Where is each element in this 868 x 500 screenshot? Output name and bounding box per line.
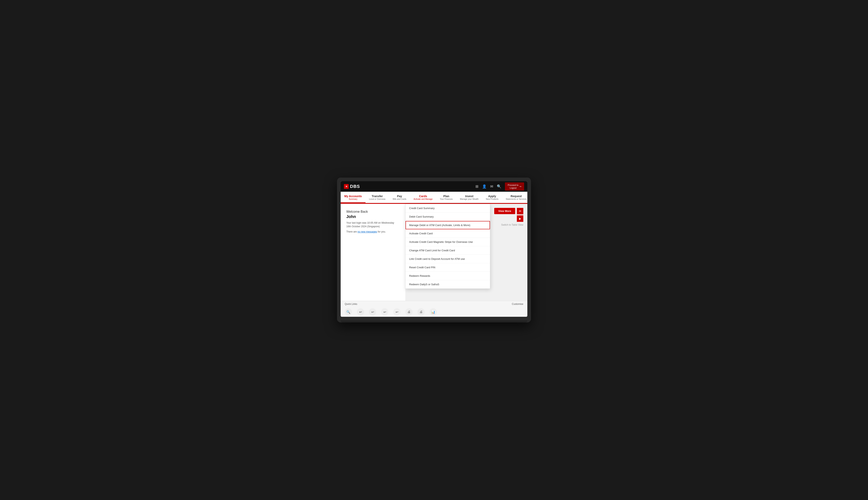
top-bar: ✕ DBS ⊞ 👤 ✉ 🔍 Proceed to Logout ↪ <box>341 181 527 192</box>
dropdown-item-redeem-dailys[interactable]: Redeem DailyS or SafraS <box>406 280 490 288</box>
nav-item-invest-sub: Manage your Wealth <box>460 198 479 200</box>
login-info: Your last login was 10:05 AM on Wednesda… <box>346 221 400 228</box>
network-icon[interactable]: ⊞ <box>476 184 478 189</box>
laptop-foot <box>341 320 527 322</box>
quick-links-bar: Quick Links Customise <box>341 301 527 307</box>
logout-label: Proceed to Logout <box>508 184 518 190</box>
right-icon-buttons: ✉ ▶ <box>517 208 523 222</box>
dropdown-item-redeem-rewards-label: Redeem Rewards <box>409 274 430 277</box>
logout-icon: ↪ <box>519 185 521 188</box>
dropdown-item-change-atm-limit[interactable]: Change ATM Card Limit for Credit Card <box>406 246 490 255</box>
nav-item-cards-sub: Activate and Manage <box>414 198 433 200</box>
nav-item-pay-main: Pay <box>397 195 402 198</box>
logo: ✕ DBS <box>344 184 360 189</box>
search-icon[interactable]: 🔍 <box>497 184 501 189</box>
dropdown-item-debit-card-summary[interactable]: Debit Card Summary <box>406 213 490 221</box>
nav-item-transfer-main: Transfer <box>372 195 383 198</box>
welcome-text: Welcome Back <box>346 210 400 214</box>
nav-item-plan-sub: Your Finances <box>440 198 453 200</box>
mail-icon[interactable]: ✉ <box>490 184 493 189</box>
nav-item-plan-main: Plan <box>443 195 449 198</box>
messages-suffix: for you. <box>377 230 386 233</box>
laptop-bottom <box>337 317 531 320</box>
ql-icon-print1[interactable]: 🖨 <box>405 308 413 316</box>
user-name: John <box>346 214 400 219</box>
ql-icon-back[interactable]: ↩ <box>393 308 400 316</box>
dropdown-item-reset-pin[interactable]: Reset Credit Card PIN <box>406 263 490 272</box>
nav-item-apply-sub: New Products <box>486 198 499 200</box>
nav-item-cards-main: Cards <box>419 195 427 198</box>
quick-links-label: Quick Links <box>345 303 357 305</box>
nav-item-pay-sub: Bills and Cards <box>393 198 406 200</box>
nav-item-request[interactable]: Request Statements or Services <box>502 192 527 203</box>
nav-item-my-accounts[interactable]: My Accounts Summary <box>341 192 366 203</box>
nav-item-transfer[interactable]: Transfer Local or Overseas <box>366 192 389 203</box>
ql-icon-search[interactable]: 🔍 <box>345 308 352 316</box>
dropdown-item-redeem-dailys-label: Redeem DailyS or SafraS <box>409 283 439 286</box>
logout-button[interactable]: Proceed to Logout ↪ <box>505 182 524 191</box>
dropdown-item-reset-pin-label: Reset Credit Card PIN <box>409 266 435 269</box>
nav-item-request-sub: Statements or Services <box>506 198 527 200</box>
quick-links-icons: 🔍 ↩ ↩ ↩ ↩ 🖨 🖨 📊 <box>341 307 527 317</box>
dropdown-item-change-atm-limit-label: Change ATM Card Limit for Credit Card <box>409 249 455 252</box>
dropdown-item-manage-debit-atm[interactable]: Manage Debit or ATM Card (Activate, Limi… <box>406 221 490 229</box>
content-area: Welcome Back John Your last login was 10… <box>341 204 527 301</box>
logo-text: DBS <box>350 184 360 189</box>
messages-link[interactable]: no new messages <box>357 230 377 233</box>
dropdown-item-activate-credit-card-label: Activate Credit Card <box>409 232 433 235</box>
nav-item-cards[interactable]: Cards Activate and Manage <box>410 192 436 203</box>
dropdown-item-redeem-rewards[interactable]: Redeem Rewards <box>406 272 490 280</box>
mail-action-button[interactable]: ✉ <box>517 208 523 214</box>
ql-icon-print2[interactable]: 🖨 <box>418 308 425 316</box>
dropdown-item-link-credit-deposit[interactable]: Link Credit card to Deposit Account for … <box>406 255 490 263</box>
nav-item-my-accounts-main: My Accounts <box>344 195 362 198</box>
ql-icon-chart[interactable]: 📊 <box>430 308 437 316</box>
dropdown-item-activate-credit-card[interactable]: Activate Credit Card <box>406 229 490 238</box>
nav-item-invest-main: Invest <box>465 195 473 198</box>
dropdown-item-credit-card-summary-label: Credit Card Summary <box>409 207 435 210</box>
nav-item-my-accounts-sub: Summary <box>349 198 357 200</box>
nav-item-request-main: Request <box>511 195 522 198</box>
nav-item-plan[interactable]: Plan Your Finances <box>436 192 456 203</box>
left-panel: Welcome Back John Your last login was 10… <box>341 204 405 301</box>
messages-line: There are no new messages for you. <box>346 230 400 233</box>
messages-prefix: There are <box>346 230 357 233</box>
nav-item-apply-main: Apply <box>488 195 496 198</box>
ql-icon-transfer2[interactable]: ↩ <box>369 308 376 316</box>
nav-bar: My Accounts Summary Transfer Local or Ov… <box>341 192 527 203</box>
customise-link[interactable]: Customise <box>512 303 523 305</box>
nav-item-apply[interactable]: Apply New Products <box>482 192 502 203</box>
nav-item-pay[interactable]: Pay Bills and Cards <box>389 192 410 203</box>
nav-item-invest[interactable]: Invest Manage your Wealth <box>456 192 482 203</box>
dropdown-item-link-credit-deposit-label: Link Credit card to Deposit Account for … <box>409 257 465 260</box>
nav-item-transfer-sub: Local or Overseas <box>369 198 386 200</box>
dropdown-item-activate-magnetic-stripe[interactable]: Activate Credit Card Magnetic Stripe for… <box>406 238 490 246</box>
dropdown-item-credit-card-summary[interactable]: Credit Card Summary <box>406 204 490 213</box>
play-action-button[interactable]: ▶ <box>517 215 523 222</box>
view-more-button[interactable]: View More <box>494 208 515 214</box>
screen: ✕ DBS ⊞ 👤 ✉ 🔍 Proceed to Logout ↪ My Acc… <box>341 181 527 317</box>
person-icon[interactable]: 👤 <box>482 184 487 189</box>
top-icons-group: ⊞ 👤 ✉ 🔍 Proceed to Logout ↪ <box>476 182 524 191</box>
dropdown-item-manage-debit-atm-label: Manage Debit or ATM Card (Activate, Limi… <box>409 224 470 227</box>
ql-icon-transfer1[interactable]: ↩ <box>357 308 364 316</box>
cards-dropdown: Credit Card Summary Debit Card Summary M… <box>405 204 490 289</box>
dropdown-item-activate-magnetic-stripe-label: Activate Credit Card Magnetic Stripe for… <box>409 240 473 243</box>
laptop-frame: ✕ DBS ⊞ 👤 ✉ 🔍 Proceed to Logout ↪ My Acc… <box>337 178 531 322</box>
dropdown-item-debit-card-summary-label: Debit Card Summary <box>409 215 434 218</box>
logo-icon: ✕ <box>344 184 349 189</box>
ql-icon-history[interactable]: ↩ <box>381 308 388 316</box>
